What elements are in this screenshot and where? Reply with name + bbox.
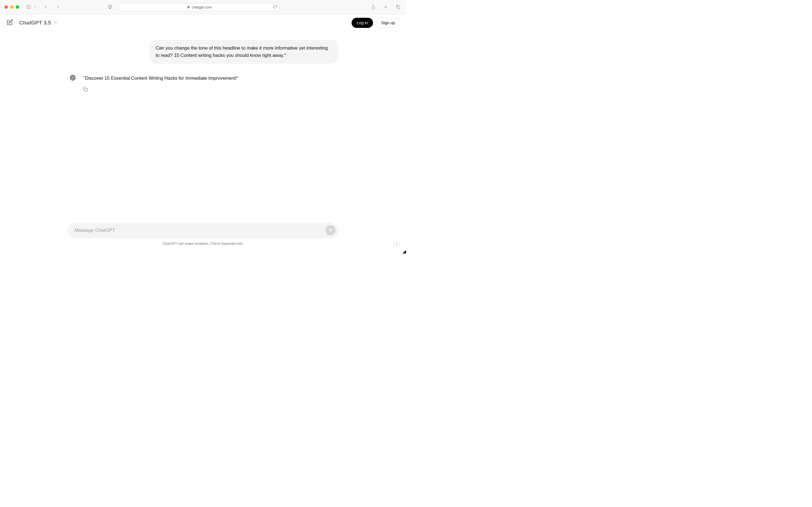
browser-chrome: chatgpt.com	[0, 0, 406, 14]
url-text: chatgpt.com	[192, 5, 212, 9]
help-button[interactable]: ?	[393, 242, 400, 248]
model-name: ChatGPT 3.5	[19, 20, 51, 26]
input-wrapper	[68, 223, 338, 238]
traffic-lights	[4, 5, 19, 9]
shield-icon[interactable]	[107, 4, 113, 10]
resize-handle[interactable]	[403, 250, 406, 253]
disclaimer-text: ChatGPT can make mistakes. Check importa…	[68, 242, 338, 245]
input-area: ChatGPT can make mistakes. Check importa…	[68, 223, 338, 245]
sidebar-dropdown-icon[interactable]	[33, 4, 37, 10]
nav-arrows	[42, 4, 61, 10]
maximize-window-button[interactable]	[16, 5, 19, 9]
chrome-right-controls	[370, 4, 402, 10]
copy-button[interactable]	[83, 87, 338, 93]
app-header: ChatGPT 3.5 Log in Sign up	[0, 14, 406, 31]
send-button[interactable]	[325, 225, 336, 235]
forward-button[interactable]	[55, 4, 61, 10]
login-button[interactable]: Log in	[352, 18, 373, 28]
new-tab-icon[interactable]	[382, 4, 389, 10]
tabs-icon[interactable]	[395, 4, 402, 10]
chat-area: Can you change the tone of this headline…	[68, 31, 338, 101]
message-input[interactable]	[74, 228, 325, 233]
address-bar[interactable]: chatgpt.com	[119, 3, 280, 11]
signup-button[interactable]: Sign up	[376, 18, 400, 28]
address-bar-section: chatgpt.com	[67, 3, 366, 11]
user-message-row: Can you change the tone of this headline…	[68, 40, 338, 64]
chevron-down-icon	[53, 20, 58, 25]
new-chat-button[interactable]	[6, 18, 14, 27]
model-selector[interactable]: ChatGPT 3.5	[19, 20, 58, 26]
assistant-message-row: "Discover 15 Essential Content Writing H…	[68, 74, 338, 93]
back-button[interactable]	[42, 4, 49, 10]
assistant-avatar	[68, 73, 78, 83]
user-message-bubble: Can you change the tone of this headline…	[149, 40, 338, 64]
openai-logo-icon	[70, 75, 75, 80]
refresh-icon[interactable]	[273, 5, 277, 10]
close-window-button[interactable]	[4, 5, 8, 9]
share-icon[interactable]	[370, 4, 377, 10]
svg-rect-0	[27, 6, 31, 9]
header-right: Log in Sign up	[352, 18, 400, 28]
assistant-message-text: "Discover 15 Essential Content Writing H…	[84, 74, 338, 82]
svg-rect-7	[85, 89, 88, 92]
lock-icon	[187, 5, 190, 9]
svg-rect-6	[397, 6, 400, 9]
sidebar-toggle-group	[26, 4, 37, 10]
assistant-content: "Discover 15 Essential Content Writing H…	[84, 74, 338, 93]
sidebar-toggle-icon[interactable]	[26, 4, 32, 10]
minimize-window-button[interactable]	[10, 5, 13, 9]
